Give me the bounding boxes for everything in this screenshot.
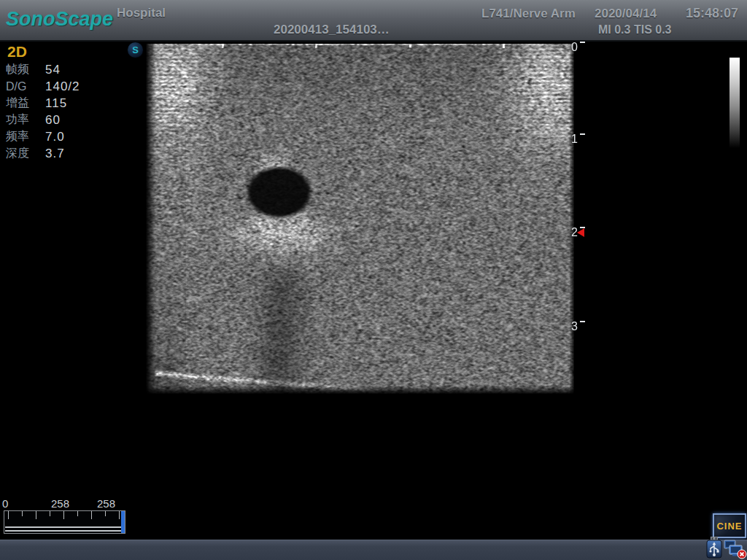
- cine-tick: [63, 511, 64, 519]
- depth-mark-2: 2: [562, 226, 578, 239]
- depth-tick: [580, 42, 585, 43]
- cine-track-line: [5, 526, 122, 528]
- param-label: 深度: [6, 146, 45, 161]
- cine-tick: [50, 511, 50, 516]
- param-value: 7.0: [45, 130, 65, 144]
- date: 2020/04/14: [595, 7, 657, 21]
- mi-tis-indices: MI 0.3 TIS 0.3: [598, 23, 671, 36]
- bottom-status-strip: [0, 540, 747, 560]
- depth-ruler: 0123: [562, 0, 591, 408]
- param-value: 3.7: [45, 147, 65, 161]
- param-row: D/G140/2: [6, 78, 115, 95]
- parameter-panel: 帧频54D/G140/2增益115功率60频率7.0深度3.7: [6, 61, 115, 162]
- screen: SonoScape Hospital 20200413_154103… L741…: [0, 0, 747, 560]
- param-label: D/G: [6, 80, 45, 93]
- param-label: 帧频: [6, 62, 45, 77]
- cine-tick: [119, 511, 120, 519]
- param-value: 115: [45, 96, 67, 111]
- cine-tick: [22, 511, 23, 516]
- cine-frame-start: 0: [2, 497, 8, 510]
- param-label: 频率: [6, 129, 45, 144]
- param-row: 增益115: [6, 95, 115, 112]
- cine-track-line: [5, 530, 122, 532]
- hospital-name: Hospital: [117, 6, 166, 20]
- depth-mark-1: 1: [562, 133, 578, 146]
- network-disconnected-icon[interactable]: [723, 540, 747, 560]
- param-row: 深度3.7: [6, 145, 115, 162]
- depth-mark-3: 3: [562, 320, 578, 333]
- param-value: 140/2: [45, 79, 80, 94]
- depth-tick: [580, 133, 585, 135]
- cine-frame-current: 258: [51, 497, 69, 510]
- cine-tick: [8, 511, 9, 519]
- cine-button[interactable]: CINE: [713, 513, 746, 538]
- top-bar: SonoScape Hospital 20200413_154103… L741…: [0, 0, 747, 42]
- cine-frame-total: 258: [97, 497, 115, 510]
- focus-marker-icon: [577, 228, 584, 237]
- mode-label: 2D: [7, 43, 27, 61]
- usb-icon[interactable]: [706, 537, 722, 560]
- cine-progress-bar: [4, 510, 125, 534]
- param-row: 功率60: [6, 112, 115, 128]
- exam-id: 20200413_154103…: [274, 23, 390, 37]
- depth-tick: [580, 321, 585, 322]
- param-label: 功率: [6, 112, 45, 128]
- cine-tick: [77, 511, 78, 516]
- cine-tick: [105, 511, 106, 516]
- probe-orientation-marker-icon: S: [128, 42, 143, 58]
- cine-tick: [36, 511, 36, 519]
- param-row: 帧频54: [6, 61, 115, 78]
- sonoscape-logo: SonoScape: [6, 8, 113, 31]
- param-row: 频率7.0: [6, 128, 115, 145]
- cine-position-marker: [121, 511, 125, 533]
- param-value: 60: [45, 113, 61, 128]
- param-label: 增益: [6, 96, 45, 111]
- grayscale-map-bar: [729, 58, 740, 148]
- cine-tick: [91, 511, 92, 519]
- ultrasound-image: [146, 44, 576, 394]
- depth-mark-0: 0: [562, 41, 578, 54]
- param-value: 54: [45, 63, 61, 77]
- clock: 15:48:07: [686, 6, 738, 21]
